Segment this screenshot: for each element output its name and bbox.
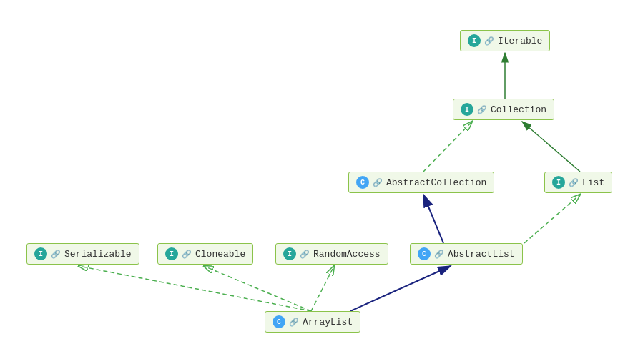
node-collection: I 🔗 Collection [453, 99, 554, 120]
node-array-list: C 🔗 ArrayList [265, 311, 360, 333]
serializable-icon: I [34, 247, 47, 260]
cloneable-icon: I [165, 247, 178, 260]
list-icon: I [552, 176, 565, 189]
node-random-access: I 🔗 RandomAccess [275, 243, 388, 265]
abstract-list-label: AbstractList [448, 249, 515, 260]
node-list: I 🔗 List [544, 172, 612, 193]
array-list-icon: C [273, 315, 285, 328]
iterable-label: Iterable [498, 36, 542, 46]
svg-line-5 [79, 266, 311, 311]
class-diagram: I 🔗 Iterable I 🔗 Collection C 🔗 Abstract… [0, 0, 643, 364]
abstract-collection-sub-icon: 🔗 [373, 178, 383, 187]
serializable-sub-icon: 🔗 [51, 250, 61, 259]
abstract-collection-label: AbstractCollection [386, 177, 486, 188]
node-cloneable: I 🔗 Cloneable [157, 243, 253, 265]
array-list-label: ArrayList [303, 317, 353, 328]
iterable-icon: I [468, 34, 481, 47]
svg-line-6 [204, 266, 311, 311]
array-list-sub-icon: 🔗 [289, 318, 299, 327]
node-iterable: I 🔗 Iterable [460, 30, 550, 51]
collection-label: Collection [491, 104, 546, 115]
svg-line-1 [423, 122, 472, 172]
svg-line-2 [522, 122, 580, 172]
node-abstract-list: C 🔗 AbstractList [410, 243, 523, 265]
svg-line-3 [423, 195, 443, 243]
cloneable-sub-icon: 🔗 [182, 250, 192, 259]
collection-sub-icon: 🔗 [477, 105, 487, 114]
iterable-sub-icon: 🔗 [484, 36, 494, 46]
collection-icon: I [461, 103, 473, 116]
list-sub-icon: 🔗 [569, 178, 579, 187]
node-abstract-collection: C 🔗 AbstractCollection [348, 172, 494, 193]
cloneable-label: Cloneable [195, 249, 245, 260]
random-access-label: RandomAccess [313, 249, 381, 260]
svg-line-4 [524, 195, 580, 243]
abstract-collection-icon: C [356, 176, 369, 189]
list-label: List [582, 177, 604, 188]
random-access-icon: I [283, 247, 296, 260]
svg-line-8 [350, 266, 451, 311]
serializable-label: Serializable [64, 249, 132, 260]
random-access-sub-icon: 🔗 [300, 250, 310, 259]
node-serializable: I 🔗 Serializable [26, 243, 139, 265]
svg-line-7 [311, 266, 334, 311]
abstract-list-sub-icon: 🔗 [434, 250, 444, 259]
abstract-list-icon: C [418, 247, 431, 260]
